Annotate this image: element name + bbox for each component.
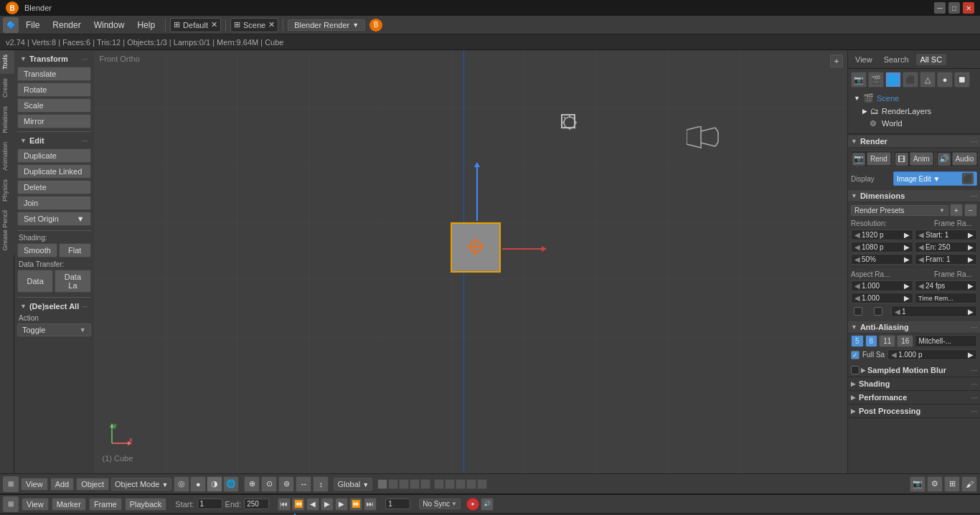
viewport-icon-small[interactable]: ⊞ — [3, 476, 19, 492]
shade-rendered[interactable]: 🌐 — [223, 476, 239, 492]
jump-start-btn[interactable]: ⏮ — [278, 498, 291, 511]
menu-render[interactable]: Render — [47, 19, 86, 32]
scene-item-scene[interactable]: ▼ 🎬 Scene — [851, 92, 977, 105]
start-val-input[interactable] — [197, 499, 222, 509]
set-origin-button[interactable]: Set Origin ▼ — [17, 212, 91, 226]
flat-button[interactable]: Flat — [59, 243, 91, 258]
prop-icon-render[interactable]: 🎬 — [868, 72, 884, 88]
viewport-add-button[interactable]: + — [830, 55, 843, 67]
anim-tab[interactable]: Anim — [910, 152, 933, 166]
next-frame-btn[interactable]: ▶ — [335, 498, 348, 511]
grid-small-btn[interactable]: ⊞ — [944, 476, 960, 492]
translate-button[interactable]: Translate — [17, 67, 91, 81]
jump-end-btn[interactable]: ⏭ — [364, 498, 377, 511]
shading-section-right[interactable]: ▶ Shading ··· — [848, 377, 980, 391]
edit-section-header[interactable]: ▼ Edit ··· — [17, 135, 91, 146]
smooth-button[interactable]: Smooth — [17, 243, 57, 258]
layout-close-left[interactable]: ✕ — [211, 20, 217, 29]
layer-3[interactable] — [399, 479, 409, 489]
data-button[interactable]: Data — [17, 270, 53, 293]
prev-keyframe-btn[interactable]: ⏪ — [292, 498, 305, 511]
layout-selector-left[interactable]: ⊞ Default ✕ — [170, 18, 221, 32]
object-btn[interactable]: Object — [76, 478, 109, 491]
performance-section[interactable]: ▶ Performance ··· — [848, 391, 980, 405]
close-button[interactable]: ✕ — [963, 2, 974, 14]
audio-tab[interactable]: Audio — [952, 152, 978, 166]
proportional2-btn[interactable]: ⊚ — [278, 476, 294, 492]
current-frame-input[interactable] — [385, 499, 410, 509]
render-engine-selector[interactable]: Blender Render ▼ — [288, 19, 365, 31]
right-tab-allsc[interactable]: All SC — [916, 54, 947, 65]
prev-frame-btn[interactable]: ◀ — [306, 498, 319, 511]
settings-small-btn[interactable]: ⚙ — [927, 476, 943, 492]
res-x-input[interactable]: ◀ 1920 p ▶ — [851, 230, 913, 240]
scale-button[interactable]: Scale — [17, 98, 91, 113]
menu-window[interactable]: Window — [88, 19, 131, 32]
cube-object[interactable] — [451, 222, 501, 273]
record-btn[interactable]: ● — [466, 498, 479, 511]
tab-animation[interactable]: Animation — [0, 138, 14, 175]
rotate-button[interactable]: Rotate — [17, 82, 91, 97]
dimensions-header[interactable]: ▼ Dimensions ··· — [848, 190, 980, 202]
prop-icon-texture[interactable]: 🔲 — [954, 72, 970, 88]
layer-7[interactable] — [445, 479, 455, 489]
fullsa-value-input[interactable]: ◀ 1.000 p ▶ — [887, 349, 977, 360]
layer-2[interactable] — [388, 479, 398, 489]
fram-input[interactable]: ◀ Fram: 1 ▶ — [915, 254, 977, 265]
maximize-button[interactable]: □ — [948, 2, 960, 14]
tab-tools[interactable]: Tools — [0, 50, 14, 74]
sampled-motion-section[interactable]: ▶ Sampled Motion Blur ··· — [848, 364, 980, 377]
snap-btn[interactable]: ⊕ — [244, 476, 260, 492]
right-tab-search[interactable]: Search — [880, 54, 913, 65]
duplicate-linked-button[interactable]: Duplicate Linked — [17, 164, 91, 179]
audio-icon[interactable]: 🔊 — [938, 153, 951, 166]
render-section-header[interactable]: ▼ Render ··· — [848, 136, 980, 148]
nosync-select[interactable]: No Sync ▼ — [419, 499, 461, 509]
prop-icon-material[interactable]: ● — [937, 72, 953, 88]
prop-icon-world[interactable]: 🌐 — [885, 72, 901, 88]
mode-select[interactable]: Object Mode ▼ — [111, 478, 171, 491]
presets-add-btn[interactable]: + — [950, 204, 963, 217]
tab-create[interactable]: Create — [0, 74, 14, 102]
transform-btn[interactable]: ↔ — [296, 476, 311, 492]
time-rem-input[interactable]: Time Rem... — [915, 293, 977, 303]
aa-5-btn[interactable]: 5 — [851, 335, 864, 347]
tl-view-btn[interactable]: View — [22, 498, 49, 511]
layout-selector-right[interactable]: ⊞ Scene ✕ — [230, 18, 278, 32]
right-tab-view[interactable]: View — [851, 54, 877, 65]
aspect-x-input[interactable]: ◀ 1.000 ▶ — [851, 280, 913, 291]
render-presets-select[interactable]: Render Presets ▼ — [851, 205, 948, 216]
prop-icon-scene[interactable]: 📷 — [851, 72, 867, 88]
transform2-btn[interactable]: ↕ — [313, 476, 329, 492]
layer-1[interactable] — [377, 479, 387, 489]
anti-alias-header[interactable]: ▼ Anti-Aliasing ··· — [848, 321, 980, 334]
tl-marker-btn[interactable]: Marker — [52, 498, 86, 511]
action-select[interactable]: Toggle ▼ — [17, 323, 91, 336]
aa-8-btn[interactable]: 8 — [865, 335, 878, 347]
shade-wireframe[interactable]: ◎ — [174, 476, 189, 492]
global-select[interactable]: Global ▼ — [334, 478, 372, 491]
paint-small-btn[interactable]: 🖌 — [961, 476, 977, 492]
add-btn[interactable]: Add — [50, 478, 75, 491]
end-val-input[interactable] — [244, 499, 269, 509]
res-pct-input[interactable]: ◀ 50% ▶ — [851, 254, 913, 265]
audio-sync-btn[interactable]: 🔊 — [481, 498, 494, 511]
res-y-input[interactable]: ◀ 1080 p ▶ — [851, 242, 913, 252]
fram-num-input[interactable]: ◀ 1 ▶ — [891, 306, 977, 317]
image-edit-selector[interactable]: Image Edit ▼ ⬛ — [893, 171, 977, 186]
menu-help[interactable]: Help — [131, 19, 161, 32]
aa-filter-select[interactable]: Mitchell-... — [915, 335, 977, 347]
viewport-3d[interactable]: Front Ortho — [94, 50, 847, 473]
minimize-button[interactable]: ─ — [934, 2, 946, 14]
next-keyframe-btn[interactable]: ⏩ — [349, 498, 362, 511]
tab-relations[interactable]: Relations — [0, 102, 14, 138]
menu-file[interactable]: File — [20, 19, 45, 32]
render-small-btn[interactable]: 📷 — [910, 476, 925, 492]
anim-icon[interactable]: 🎞 — [895, 153, 908, 166]
play-btn[interactable]: ▶ — [321, 498, 334, 511]
aspect-y-input[interactable]: ◀ 1.000 ▶ — [851, 293, 913, 303]
shade-texture[interactable]: ◑ — [207, 476, 222, 492]
join-button[interactable]: Join — [17, 196, 91, 210]
data-la-button[interactable]: Data La — [55, 270, 90, 293]
layer-10[interactable] — [477, 479, 487, 489]
